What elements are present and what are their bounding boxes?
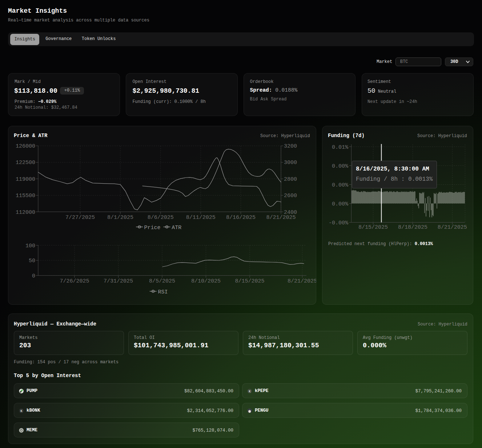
svg-text:119000: 119000: [16, 176, 35, 183]
svg-text:2600: 2600: [284, 193, 297, 199]
svg-text:8/21/2025: 8/21/2025: [438, 224, 467, 231]
svg-text:122500: 122500: [16, 160, 35, 166]
svg-text:-0.00%: -0.00%: [329, 220, 349, 226]
svg-text:3200: 3200: [284, 143, 297, 149]
svg-text:126000: 126000: [16, 143, 35, 149]
svg-text:8/15/2025: 8/15/2025: [358, 224, 388, 231]
svg-text:8/10/2025: 8/10/2025: [191, 278, 221, 284]
svg-text:8/11/2025: 8/11/2025: [186, 215, 216, 221]
svg-text:7/27/2025: 7/27/2025: [65, 215, 95, 221]
svg-text:Price: Price: [144, 225, 161, 231]
svg-text:RSI: RSI: [158, 289, 168, 295]
svg-text:8/15/2025: 8/15/2025: [235, 278, 264, 284]
svg-text:50: 50: [29, 258, 35, 264]
svg-text:K: K: [20, 409, 23, 413]
svg-text:100: 100: [25, 243, 35, 249]
svg-text:ATR: ATR: [172, 225, 181, 231]
svg-text:7/26/2025: 7/26/2025: [60, 278, 89, 284]
svg-text:0.01%: 0.01%: [332, 144, 349, 151]
svg-text:8/21/2025: 8/21/2025: [266, 215, 296, 221]
svg-text:3000: 3000: [284, 160, 297, 166]
svg-text:2800: 2800: [284, 176, 297, 183]
svg-text:K: K: [249, 390, 251, 393]
svg-text:8/21/2025: 8/21/2025: [288, 278, 316, 284]
svg-text:0.00%: 0.00%: [332, 163, 349, 169]
svg-text:0.00%: 0.00%: [332, 182, 349, 188]
svg-text:7/31/2025: 7/31/2025: [104, 278, 133, 284]
svg-text:0: 0: [32, 273, 35, 279]
svg-text:115500: 115500: [16, 193, 35, 199]
svg-text:8/1/2025: 8/1/2025: [107, 215, 133, 221]
svg-text:8/5/2025: 8/5/2025: [149, 278, 175, 284]
svg-text:8/6/2025: 8/6/2025: [148, 215, 174, 221]
svg-text:8/18/2025: 8/18/2025: [398, 224, 427, 231]
svg-text:0.00%: 0.00%: [332, 201, 349, 207]
svg-text:112000: 112000: [16, 209, 35, 216]
svg-text:8/16/2025: 8/16/2025: [226, 215, 256, 221]
